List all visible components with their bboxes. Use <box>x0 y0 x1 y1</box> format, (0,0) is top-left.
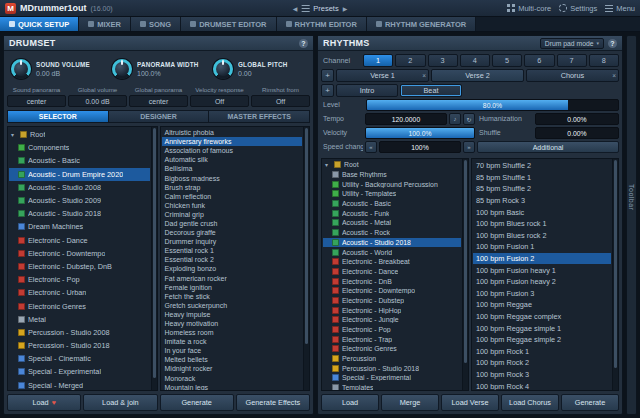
drum-pad-mode-button[interactable]: Drum pad mode ▾ <box>540 38 604 49</box>
category-item[interactable]: Percussion - Studio 2018 <box>9 339 150 352</box>
add-section-button[interactable]: + <box>321 69 334 82</box>
category-item[interactable]: Acoustic - Rock <box>323 228 461 238</box>
rhythm-preset-item[interactable]: 100 bpm Reggae <box>473 299 611 311</box>
category-item[interactable]: Acoustic - Funk <box>323 208 461 218</box>
scrollbar[interactable] <box>151 127 157 390</box>
menu-button[interactable]: Menu <box>605 4 635 13</box>
drumset-preset-item[interactable]: Exploding bonzo <box>162 264 303 273</box>
expander-icon[interactable]: ▾ <box>325 161 331 168</box>
channel-button[interactable]: 6 <box>524 54 554 67</box>
rhythm-preset-item[interactable]: 100 bpm Basic <box>473 206 611 218</box>
rhythm-preset-item[interactable]: 100 bpm Blues rock 1 <box>473 218 611 230</box>
drumset-preset-item[interactable]: Drummer inquiry <box>162 237 303 246</box>
scrollbar[interactable] <box>462 159 468 390</box>
category-item[interactable]: Special - Cinematic <box>9 352 150 365</box>
field-value[interactable]: center <box>7 95 66 107</box>
field-value[interactable]: Off <box>251 95 310 107</box>
drumset-preset-item[interactable]: Essential rock 1 <box>162 246 303 255</box>
drumset-preset-item[interactable]: Heavy motivation <box>162 319 303 328</box>
channel-button[interactable]: 4 <box>460 54 490 67</box>
rhythm-preset-item[interactable]: 100 bpm Blues rock 2 <box>473 230 611 242</box>
drumset-preset-item[interactable]: Criminal grip <box>162 210 303 219</box>
category-item[interactable]: Percussion <box>323 354 461 364</box>
category-item[interactable]: Electronic - Dubstep <box>323 296 461 306</box>
category-item[interactable]: Special - Experimental <box>9 365 150 378</box>
category-item[interactable]: Electronic - Dance <box>323 267 461 277</box>
rhythm-preset-item[interactable]: 85 bpm Rock 3 <box>473 195 611 207</box>
drumset-action-button[interactable]: Generate Effects♥ <box>236 394 310 411</box>
knob[interactable] <box>11 59 31 79</box>
rhythm-preset-item[interactable]: 100 bpm Rock 3 <box>473 369 611 381</box>
velocity-slider[interactable]: 100.0% <box>365 127 475 139</box>
category-item[interactable]: Acoustic - Studio 2018 <box>9 207 150 220</box>
drumset-preset-item[interactable]: Midnight rocker <box>162 364 303 373</box>
drumset-preset-item[interactable]: Bellisima <box>162 164 303 173</box>
drumset-preset-item[interactable]: Mountain legs <box>162 383 303 391</box>
category-item[interactable]: Utility - Background Percussion <box>323 179 461 189</box>
category-item[interactable]: Electronic - Pop <box>9 273 150 286</box>
category-item[interactable]: Base Rhythms <box>323 170 461 180</box>
scrollbar-thumb[interactable] <box>305 128 308 344</box>
drumset-preset-item[interactable]: Altruistic phobia <box>162 128 303 137</box>
section-tab[interactable]: Chorus× <box>526 69 619 82</box>
category-item[interactable]: Percussion - Studio 2018 <box>323 363 461 373</box>
category-item[interactable]: Special - Experimental <box>323 373 461 383</box>
previous-preset-button[interactable]: ◀ <box>293 5 298 12</box>
rhythm-action-button[interactable]: Merge <box>381 394 439 411</box>
category-item[interactable]: Electronic - DnB <box>323 276 461 286</box>
rhythm-preset-item[interactable]: 100 bpm Reggae simple 2 <box>473 334 611 346</box>
drumset-preset-item[interactable]: In your face <box>162 346 303 355</box>
category-item[interactable]: Electronic - Dubstep, DnB <box>9 260 150 273</box>
rhythm-preset-item[interactable]: 100 bpm Rock 4 <box>473 380 611 391</box>
category-item[interactable]: Acoustic - Studio 2008 <box>9 181 150 194</box>
category-item[interactable]: Components <box>9 141 150 154</box>
channel-button[interactable]: 3 <box>428 54 458 67</box>
add-slot-button[interactable]: + <box>321 84 334 97</box>
rhythm-preset-item[interactable]: 100 bpm Fusion 2 <box>473 253 611 265</box>
drumset-preset-item[interactable]: Automatic silk <box>162 155 303 164</box>
channel-button[interactable]: 7 <box>557 54 587 67</box>
slot-button[interactable]: Beat <box>400 84 462 97</box>
drumset-action-button[interactable]: Load & join♥ <box>83 394 157 411</box>
drumset-preset-item[interactable]: Decorous giraffe <box>162 228 303 237</box>
channel-button[interactable]: 5 <box>492 54 522 67</box>
speed-up-button[interactable]: » <box>463 141 475 153</box>
drumset-action-button[interactable]: Load♥ <box>7 394 81 411</box>
speed-change-box[interactable]: 100% <box>379 141 461 153</box>
settings-button[interactable]: Settings <box>559 4 597 13</box>
drumset-subtab[interactable]: SELECTOR <box>7 110 109 123</box>
knob-value[interactable]: 0.00 dB <box>36 70 90 77</box>
section-tab[interactable]: Verse 2× <box>431 69 524 82</box>
humanization-slider[interactable]: 0.00% <box>535 113 619 125</box>
category-item[interactable]: Percussion - Studio 2008 <box>9 326 150 339</box>
main-tab[interactable]: RHYTHM EDITOR <box>277 17 367 31</box>
close-section-icon[interactable]: × <box>612 72 616 79</box>
rhythm-preset-item[interactable]: 100 bpm Reggae complex <box>473 311 611 323</box>
category-item[interactable]: Electronic - Dance <box>9 234 150 247</box>
presets-button[interactable]: Presets <box>313 4 338 13</box>
shuffle-slider[interactable]: 0.00% <box>535 127 619 139</box>
rhythm-action-button[interactable]: Load <box>321 394 379 411</box>
drumset-subtab[interactable]: MASTER EFFECTS <box>209 110 310 123</box>
drumset-action-button[interactable]: Generate♥ <box>160 394 234 411</box>
drumset-preset-item[interactable]: Monorack <box>162 374 303 383</box>
category-item[interactable]: ▾Root <box>323 160 461 170</box>
category-item[interactable]: Acoustic - Drum Empire 2020 <box>9 168 150 181</box>
rhythm-action-button[interactable]: Load Chorus <box>501 394 559 411</box>
scrollbar-thumb[interactable] <box>614 160 617 368</box>
rhythm-action-button[interactable]: Generate <box>561 394 619 411</box>
category-item[interactable]: Electronic - Trap <box>323 334 461 344</box>
drumset-preset-item[interactable]: Fetch the stick <box>162 292 303 301</box>
category-item[interactable]: Electronic Genres <box>9 299 150 312</box>
category-item[interactable]: Special - Merged <box>9 379 150 391</box>
next-preset-button[interactable]: ▶ <box>343 5 348 12</box>
scrollbar-thumb[interactable] <box>153 128 156 378</box>
knob[interactable] <box>112 59 132 79</box>
drumset-preset-item[interactable]: Gretch suckerpunch <box>162 301 303 310</box>
main-tab[interactable]: MIXER <box>79 17 131 31</box>
channel-button[interactable]: 1 <box>363 54 393 67</box>
category-item[interactable]: Electronic - Downtempo <box>323 286 461 296</box>
category-item[interactable]: Acoustic - Studio 2009 <box>9 194 150 207</box>
knob-value[interactable]: 0.00 <box>238 70 288 77</box>
main-tab[interactable]: DRUMSET EDITOR <box>181 17 276 31</box>
